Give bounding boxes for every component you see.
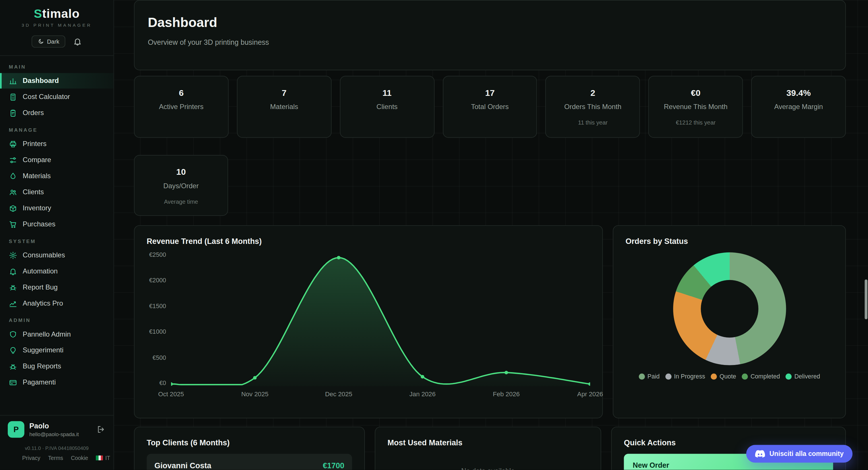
donut-hole bbox=[701, 280, 758, 338]
revenue-trend-card: Revenue Trend (Last 6 Months) €2500 €200… bbox=[134, 225, 603, 418]
sidebar-item-cost-calculator[interactable]: Cost Calculator bbox=[0, 89, 113, 104]
legend-dot bbox=[786, 373, 792, 379]
stat-days-per-order: 10 Days/Order Average time bbox=[134, 155, 228, 216]
logo-text: timalo bbox=[42, 7, 80, 20]
bug-icon bbox=[9, 283, 17, 291]
sidebar-item-pannello-admin[interactable]: Pannello Admin bbox=[0, 326, 113, 342]
automation-icon bbox=[9, 267, 17, 276]
sidebar-item-materials[interactable]: Materials bbox=[0, 168, 113, 184]
locale-switcher[interactable]: IT bbox=[96, 455, 110, 461]
stat-label: Revenue This Month bbox=[649, 103, 743, 111]
sidebar-item-label: Consumables bbox=[23, 251, 65, 259]
page-header-card: Dashboard Overview of your 3D printing b… bbox=[134, 0, 846, 70]
sidebar: Stimalo 3D PRINT MANAGER Dark MAIN Dashb… bbox=[0, 0, 114, 470]
legend-dot bbox=[711, 373, 717, 379]
x-tick: Oct 2025 bbox=[158, 391, 184, 398]
stat-value: 2 bbox=[546, 88, 640, 98]
sidebar-item-label: Printers bbox=[23, 140, 46, 148]
sidebar-item-analytics-pro[interactable]: Analytics Pro bbox=[0, 295, 113, 311]
legend-label: Completed bbox=[751, 373, 780, 380]
user-name: Paolo bbox=[29, 422, 92, 430]
nav-section-admin: ADMIN bbox=[0, 312, 113, 326]
app-logo: Stimalo 3D PRINT MANAGER bbox=[0, 0, 113, 28]
sidebar-item-compare[interactable]: Compare bbox=[0, 152, 113, 167]
nav-section-system: SYSTEM bbox=[0, 232, 113, 247]
notifications-button[interactable] bbox=[73, 37, 82, 46]
stat-sub: €1212 this year bbox=[649, 119, 743, 126]
avatar: P bbox=[8, 421, 24, 438]
sidebar-item-label: Pagamenti bbox=[23, 378, 56, 386]
y-tick: €500 bbox=[147, 354, 166, 361]
sidebar-item-label: Automation bbox=[23, 267, 58, 275]
legend-dot bbox=[665, 373, 671, 379]
purchases-icon bbox=[9, 220, 17, 228]
legend-label: Paid bbox=[648, 373, 660, 380]
sidebar-item-suggerimenti[interactable]: Suggerimenti bbox=[0, 343, 113, 358]
sidebar-item-printers[interactable]: Printers bbox=[0, 136, 113, 152]
legend-item-quote: Quote bbox=[711, 373, 736, 380]
sidebar-item-report-bug[interactable]: Report Bug bbox=[0, 280, 113, 295]
sidebar-item-pagamenti[interactable]: Pagamenti bbox=[0, 375, 113, 390]
sidebar-item-clients[interactable]: Clients bbox=[0, 184, 113, 200]
nav-section-main: MAIN bbox=[0, 58, 113, 72]
theme-toggle[interactable]: Dark bbox=[32, 35, 65, 48]
link-terms[interactable]: Terms bbox=[48, 455, 63, 461]
sidebar-item-orders[interactable]: Orders bbox=[0, 105, 113, 121]
sidebar-item-consumables[interactable]: Consumables bbox=[0, 247, 113, 263]
sidebar-item-label: Bug Reports bbox=[23, 363, 61, 370]
status-legend: Paid In Progress Quote Completed bbox=[625, 373, 833, 380]
stat-label: Clients bbox=[340, 103, 434, 111]
orders-chart-title: Orders by Status bbox=[625, 237, 833, 246]
version-text: v0.11.0 · P.IVA 04418050409 bbox=[8, 445, 105, 451]
user-email: hello@paolo-spada.it bbox=[29, 431, 92, 437]
stat-label: Active Printers bbox=[135, 103, 228, 111]
materials-title: Most Used Materials bbox=[388, 438, 588, 447]
most-used-materials-card: Most Used Materials No data available bbox=[375, 427, 601, 470]
bug-icon bbox=[9, 362, 17, 370]
community-button[interactable]: Unisciti alla community bbox=[746, 445, 852, 463]
page-title: Dashboard bbox=[148, 15, 832, 30]
credit-card-icon bbox=[9, 378, 17, 386]
stat-sub: 11 this year bbox=[546, 119, 640, 126]
stat-value: 6 bbox=[135, 88, 228, 98]
theme-toggle-label: Dark bbox=[47, 38, 59, 45]
scrollbar-thumb[interactable] bbox=[865, 280, 867, 319]
user-card: P Paolo hello@paolo-spada.it v0.11.0 · P… bbox=[0, 415, 113, 470]
logout-button[interactable] bbox=[97, 425, 105, 434]
stat-label: Materials bbox=[237, 103, 331, 111]
stat-clients: 11 Clients bbox=[340, 76, 435, 138]
sidebar-item-inventory[interactable]: Inventory bbox=[0, 200, 113, 216]
charts-row: Revenue Trend (Last 6 Months) €2500 €200… bbox=[134, 225, 846, 418]
stat-value: 39.4% bbox=[752, 88, 845, 98]
legend-label: In Progress bbox=[674, 373, 705, 380]
calculator-icon bbox=[9, 93, 17, 101]
client-row[interactable]: Giovanni Costa €1700 bbox=[147, 453, 352, 470]
client-name: Giovanni Costa bbox=[154, 461, 211, 470]
top-clients-card: Top Clients (6 Months) Giovanni Costa €1… bbox=[134, 427, 365, 470]
sidebar-item-label: Cost Calculator bbox=[23, 93, 70, 101]
dashboard-icon bbox=[9, 76, 17, 85]
x-tick: Dec 2025 bbox=[325, 391, 352, 398]
sidebar-item-dashboard[interactable]: Dashboard bbox=[0, 73, 113, 89]
sidebar-item-label: Orders bbox=[23, 109, 44, 117]
sidebar-item-label: Compare bbox=[23, 156, 51, 164]
bottom-row: Top Clients (6 Months) Giovanni Costa €1… bbox=[134, 427, 846, 470]
nav-section-manage: MANAGE bbox=[0, 121, 113, 135]
legend-label: Delivered bbox=[794, 373, 820, 380]
link-privacy[interactable]: Privacy bbox=[22, 455, 40, 461]
legend-label: Quote bbox=[720, 373, 736, 380]
sidebar-nav: MAIN Dashboard Cost Calculator Orders MA… bbox=[0, 58, 113, 390]
stat-label: Days/Order bbox=[135, 182, 228, 190]
stat-value: 7 bbox=[237, 88, 331, 98]
x-tick: Feb 2026 bbox=[493, 391, 520, 398]
y-tick: €2000 bbox=[147, 277, 166, 283]
page-subtitle: Overview of your 3D printing business bbox=[148, 38, 832, 46]
stat-total-orders: 17 Total Orders bbox=[443, 76, 537, 138]
bell-icon bbox=[73, 37, 82, 46]
sidebar-item-bug-reports[interactable]: Bug Reports bbox=[0, 359, 113, 374]
revenue-plot bbox=[171, 251, 590, 386]
sidebar-item-automation[interactable]: Automation bbox=[0, 263, 113, 279]
link-cookie[interactable]: Cookie bbox=[71, 455, 88, 461]
stat-revenue-this-month: €0 Revenue This Month €1212 this year bbox=[648, 76, 743, 138]
sidebar-item-purchases[interactable]: Purchases bbox=[0, 216, 113, 232]
